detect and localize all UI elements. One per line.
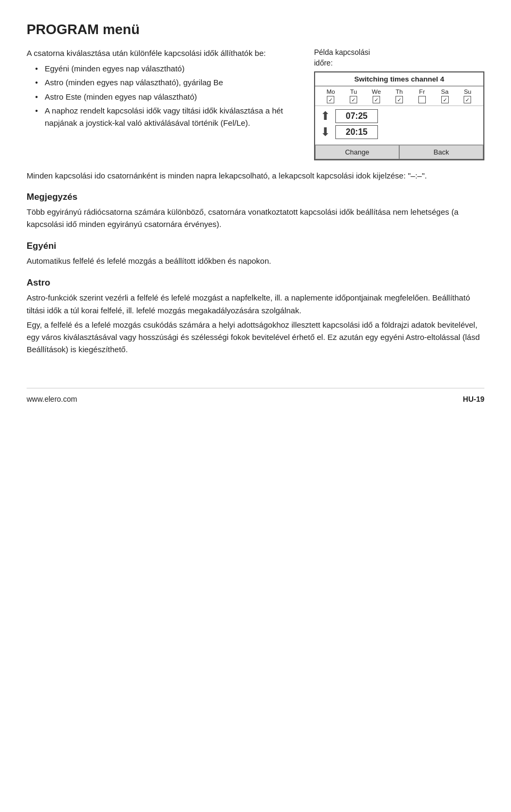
time-up-value: 07:25: [335, 109, 378, 123]
back-button[interactable]: Back: [399, 145, 483, 159]
day-label-mo: Mo: [326, 88, 335, 95]
day-label-tu: Tu: [350, 88, 357, 95]
up-arrow-icon: ⬆: [320, 109, 330, 123]
day-label-sa: Sa: [441, 88, 449, 95]
switching-buttons: Change Back: [315, 145, 483, 159]
day-col-we: We: [369, 88, 383, 103]
day-label-we: We: [372, 88, 381, 95]
switching-title: Switching times channel 4: [315, 72, 483, 86]
day-check-mo: [327, 96, 334, 103]
bullet-item-2: Astro (minden egyes nap választható), gy…: [35, 77, 298, 89]
bullet-list: Egyéni (minden egyes nap választható) As…: [27, 63, 298, 129]
bullet-item-3: Astro Este (minden egyes nap választható…: [35, 91, 298, 103]
bullet-item-1: Egyéni (minden egyes nap választható): [35, 63, 298, 75]
intro-line1: A csatorna kiválasztása után különféle k…: [27, 47, 298, 60]
switching-days: MoTuWeThFrSaSu: [315, 86, 483, 106]
day-check-tu: [350, 96, 357, 103]
astro-section: Astro Astro-funkciók szerint vezérli a f…: [27, 278, 484, 355]
egyeni-section: Egyéni Automatikus felfelé és lefelé moz…: [27, 241, 484, 267]
day-check-th: [395, 96, 403, 103]
bullet-item-4: A naphoz rendelt kapcsolási idők vagy ti…: [35, 105, 298, 129]
day-col-sa: Sa: [438, 88, 452, 103]
day-label-fr: Fr: [419, 88, 425, 95]
astro-text1: Astro-funkciók szerint vezérli a felfelé…: [27, 291, 484, 316]
page-title: PROGRAM menü: [27, 21, 484, 38]
time-row-down: ⬇ 20:15: [320, 125, 478, 139]
example-label: Példa kapcsolási időre:: [314, 47, 484, 68]
day-check-su: [464, 96, 471, 103]
day-col-fr: Fr: [415, 88, 429, 103]
egyeni-text: Automatikus felfelé és lefelé mozgás a b…: [27, 255, 484, 267]
footer: www.elero.com HU-19: [27, 388, 484, 403]
switching-box: Switching times channel 4 MoTuWeThFrSaSu…: [314, 71, 484, 160]
time-row-up: ⬆ 07:25: [320, 109, 478, 123]
right-column: Példa kapcsolási időre: Switching times …: [314, 47, 484, 160]
astro-heading: Astro: [27, 278, 484, 288]
top-section: A csatorna kiválasztása után különféle k…: [27, 47, 484, 160]
astro-text2: Egy, a felfelé és a lefelé mozgás csukód…: [27, 319, 484, 356]
day-check-fr: [418, 96, 426, 103]
day-check-we: [373, 96, 380, 103]
megjegyzes-text: Több egyirányú rádiócsatorna számára kül…: [27, 206, 484, 231]
switching-times: ⬆ 07:25 ⬇ 20:15: [315, 106, 483, 145]
egyeni-heading: Egyéni: [27, 241, 484, 251]
day-col-mo: Mo: [324, 88, 337, 103]
time-down-value: 20:15: [335, 125, 378, 139]
day-col-tu: Tu: [347, 88, 360, 103]
change-button[interactable]: Change: [315, 145, 399, 159]
down-arrow-icon: ⬇: [320, 125, 330, 139]
day-label-th: Th: [395, 88, 402, 95]
day-check-sa: [441, 96, 449, 103]
minden-line: Minden kapcsolási ido csatornánként is m…: [27, 170, 484, 182]
day-label-su: Su: [464, 88, 471, 95]
day-col-th: Th: [392, 88, 406, 103]
left-column: A csatorna kiválasztása után különféle k…: [27, 47, 298, 160]
megjegyzes-heading: Megjegyzés: [27, 192, 484, 202]
megjegyzes-section: Megjegyzés Több egyirányú rádiócsatorna …: [27, 192, 484, 231]
footer-page: HU-19: [463, 395, 484, 403]
day-col-su: Su: [460, 88, 474, 103]
footer-url: www.elero.com: [27, 395, 77, 403]
